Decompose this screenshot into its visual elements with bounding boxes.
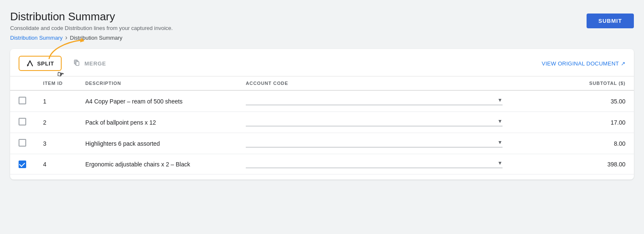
- account-code-dropdown[interactable]: ▼: [246, 139, 503, 147]
- view-original-link[interactable]: VIEW ORIGINAL DOCUMENT ↗: [542, 60, 625, 67]
- dropdown-arrow-icon: ▼: [497, 97, 503, 103]
- breadcrumb-link[interactable]: Distribution Summary: [10, 35, 62, 41]
- account-code-dropdown[interactable]: ▼: [246, 97, 503, 105]
- row-checkbox-cell[interactable]: [10, 154, 35, 174]
- header-left: Distribution Summary Consolidate and cod…: [10, 10, 173, 41]
- row-item-id: 4: [35, 154, 77, 174]
- row-subtotal: 398.00: [511, 154, 634, 174]
- row-account-code[interactable]: ▼: [237, 154, 511, 174]
- dropdown-arrow-icon: ▼: [497, 160, 503, 166]
- table-row: 4Ergonomic adjustable chairs x 2 – Black…: [10, 154, 634, 174]
- row-checkbox-cell[interactable]: [10, 90, 35, 112]
- row-item-id: 3: [35, 133, 77, 154]
- row-checkbox[interactable]: [19, 118, 26, 125]
- col-header-subtotal: SUBTOTAL ($): [511, 76, 634, 90]
- row-description: A4 Copy Paper – ream of 500 sheets: [77, 90, 237, 112]
- submit-button[interactable]: SUBMIT: [587, 14, 634, 28]
- dropdown-arrow-icon: ▼: [497, 139, 503, 145]
- row-checkbox[interactable]: [19, 139, 26, 147]
- row-subtotal: 35.00: [511, 90, 634, 112]
- toolbar: SPLIT ☞: [10, 49, 634, 76]
- row-checkbox-cell[interactable]: [10, 112, 35, 133]
- row-subtotal: 8.00: [511, 133, 634, 154]
- merge-icon: [73, 59, 81, 68]
- row-description: Pack of ballpoint pens x 12: [77, 112, 237, 133]
- table-row: 2Pack of ballpoint pens x 12▼17.00: [10, 112, 634, 133]
- split-icon: [26, 60, 34, 67]
- col-header-item-id: ITEM ID: [35, 76, 77, 90]
- toolbar-left: SPLIT ☞: [19, 56, 111, 71]
- view-original-label: VIEW ORIGINAL DOCUMENT: [542, 60, 619, 67]
- account-code-dropdown[interactable]: ▼: [246, 118, 503, 126]
- breadcrumb-separator: ›: [65, 34, 67, 41]
- page-header: Distribution Summary Consolidate and cod…: [10, 10, 634, 41]
- table-row: 1A4 Copy Paper – ream of 500 sheets▼35.0…: [10, 90, 634, 112]
- row-account-code[interactable]: ▼: [237, 133, 511, 154]
- row-item-id: 1: [35, 90, 77, 112]
- breadcrumb-current: Distribution Summary: [70, 35, 122, 41]
- page-subtitle: Consolidate and code Distribution lines …: [10, 25, 173, 31]
- external-link-icon: ↗: [621, 60, 625, 67]
- row-subtotal: 17.00: [511, 112, 634, 133]
- split-label: SPLIT: [37, 60, 54, 67]
- merge-button[interactable]: MERGE: [68, 56, 111, 71]
- svg-line-1: [30, 61, 33, 66]
- row-checkbox[interactable]: [19, 97, 26, 104]
- row-checkbox[interactable]: [19, 161, 26, 168]
- row-description: Ergonomic adjustable chairs x 2 – Black: [77, 154, 237, 174]
- row-description: Highlighters 6 pack assorted: [77, 133, 237, 154]
- breadcrumb: Distribution Summary › Distribution Summ…: [10, 34, 173, 41]
- col-header-checkbox: [10, 76, 35, 90]
- split-button[interactable]: SPLIT ☞: [19, 56, 62, 71]
- page-title: Distribution Summary: [10, 10, 173, 23]
- account-code-dropdown[interactable]: ▼: [246, 160, 503, 168]
- row-account-code[interactable]: ▼: [237, 90, 511, 112]
- col-header-account-code: ACCOUNT CODE: [237, 76, 511, 90]
- merge-label: MERGE: [84, 60, 106, 67]
- distribution-table: ITEM ID DESCRIPTION ACCOUNT CODE SUBTOTA…: [10, 76, 634, 174]
- row-item-id: 2: [35, 112, 77, 133]
- table-row: 3Highlighters 6 pack assorted▼8.00: [10, 133, 634, 154]
- col-header-description: DESCRIPTION: [77, 76, 237, 90]
- dropdown-arrow-icon: ▼: [497, 118, 503, 124]
- svg-rect-5: [76, 62, 79, 65]
- main-card: SPLIT ☞: [10, 49, 634, 180]
- row-checkbox-cell[interactable]: [10, 133, 35, 154]
- row-account-code[interactable]: ▼: [237, 112, 511, 133]
